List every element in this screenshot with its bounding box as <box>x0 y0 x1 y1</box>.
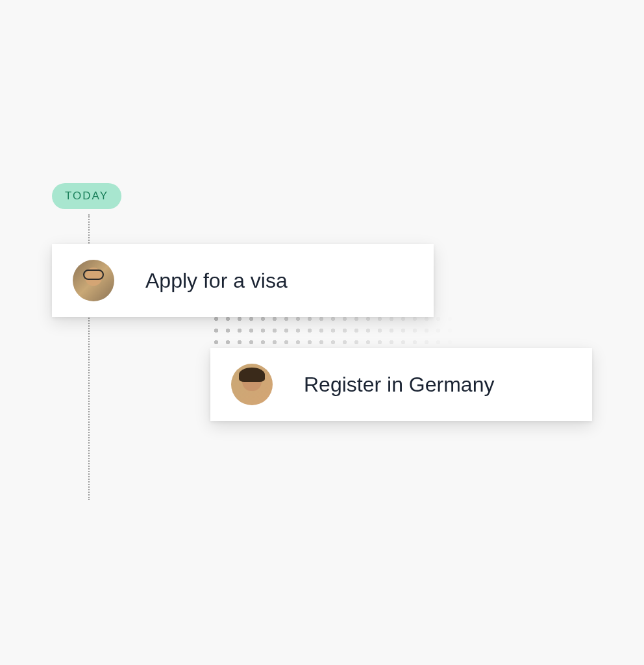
task-title: Apply for a visa <box>145 269 288 293</box>
today-badge: TODAY <box>52 183 121 209</box>
timeline: TODAY Apply for a visa Register in Germa… <box>52 183 121 214</box>
avatar-person-1 <box>73 260 114 301</box>
task-card-visa[interactable]: Apply for a visa <box>52 244 434 317</box>
avatar-person-2 <box>231 364 273 405</box>
task-card-register[interactable]: Register in Germany <box>210 348 592 421</box>
task-title: Register in Germany <box>304 373 494 397</box>
